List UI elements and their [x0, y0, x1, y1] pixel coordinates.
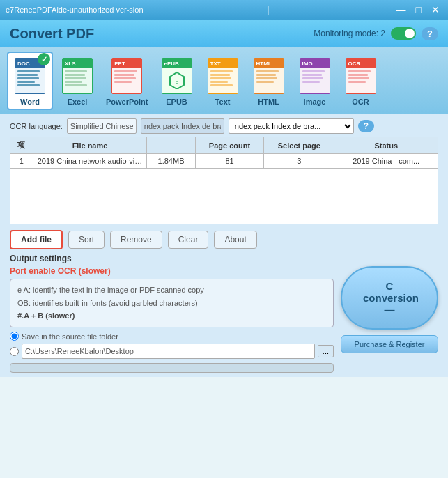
- text-icon: TXT: [208, 58, 238, 94]
- svg-text:e: e: [175, 79, 178, 85]
- active-checkmark: ✓: [38, 53, 50, 65]
- output-settings: Output settings Port enable OCR (slower)…: [10, 254, 438, 373]
- option-b: OB: identifies built-in fonts (avoid gar…: [17, 297, 326, 310]
- left-options: Port enable OCR (slower) e A: identify t…: [10, 266, 334, 373]
- close-button[interactable]: ✕: [428, 5, 442, 15]
- ocr-option-label: Port enable OCR (slower): [10, 266, 334, 276]
- ocr-pack-input[interactable]: [141, 118, 224, 134]
- file-table-wrapper: 项 File name Page count Select page Statu…: [10, 137, 438, 224]
- cell-status[interactable]: 2019 China - com...: [334, 154, 438, 169]
- save-custom-radio[interactable]: [10, 347, 19, 356]
- output-settings-title: Output settings: [10, 254, 438, 263]
- add-file-button[interactable]: Add file: [10, 230, 63, 249]
- excel-format-label: Excel: [68, 98, 88, 106]
- ocr-options-box: e A: identify the text in the image or P…: [10, 279, 334, 327]
- format-bar: DOC ✓ Word XLS: [0, 47, 448, 114]
- toggle-switch[interactable]: [391, 27, 416, 40]
- file-table: 项 File name Page count Select page Statu…: [10, 137, 438, 224]
- save-option-row1: Save in the source file folder: [10, 332, 334, 341]
- monitoring-area: Monitoring mode: 2 ?: [314, 27, 438, 40]
- save-source-label: Save in the source file folder: [22, 332, 118, 341]
- option-a: e A: identify the text in the image or P…: [17, 284, 326, 297]
- save-option-row2: ...: [10, 344, 334, 359]
- ocr-format-icon: OCR: [346, 58, 376, 94]
- format-item-text[interactable]: TXT Text: [201, 53, 245, 109]
- bottom-row: Port enable OCR (slower) e A: identify t…: [10, 266, 438, 373]
- cell-index: 1: [10, 154, 33, 169]
- image-format-label: Image: [304, 98, 326, 106]
- empty-row: [10, 169, 438, 224]
- progress-area: [10, 363, 334, 373]
- progress-bar-bg: [10, 363, 334, 373]
- format-item-word[interactable]: DOC ✓ Word: [7, 52, 53, 110]
- ocr-dropdown[interactable]: ndex pack Index de bra...: [229, 118, 354, 134]
- col-status: Status: [334, 137, 438, 154]
- cell-filename: 2019 China network audio-visual develop: [33, 154, 147, 169]
- title-bar-controls: — □ ✕: [394, 5, 442, 15]
- format-item-powerpoint[interactable]: PPT PowerPoint: [102, 53, 153, 109]
- header: Convert PDF Monitoring mode: 2 ?: [0, 20, 448, 47]
- save-source-radio[interactable]: [10, 332, 19, 341]
- html-format-label: HTML: [258, 98, 279, 106]
- cell-size: 1.84MB: [147, 154, 195, 169]
- format-item-image[interactable]: IMG Image: [293, 53, 337, 109]
- excel-icon: XLS: [62, 58, 93, 94]
- ocr-language-input[interactable]: [67, 118, 137, 134]
- minimize-button[interactable]: —: [394, 5, 409, 15]
- image-icon: IMG: [300, 58, 330, 94]
- convert-btn-line2: —: [363, 304, 416, 316]
- col-pagecount: Page count: [195, 137, 264, 154]
- cursor-indicator: |: [267, 5, 269, 15]
- ocr-language-label: OCR language:: [10, 122, 63, 130]
- format-item-epub[interactable]: ePUB e EPUB: [155, 53, 199, 109]
- app-header-title: Convert PDF: [10, 26, 94, 42]
- powerpoint-icon: PPT: [111, 58, 142, 94]
- powerpoint-format-label: PowerPoint: [106, 98, 148, 106]
- format-item-html[interactable]: HTML HTML: [247, 53, 291, 109]
- col-index: 项: [10, 137, 33, 154]
- button-row: Add file Sort Remove Clear About: [10, 230, 438, 249]
- remove-button[interactable]: Remove: [110, 231, 162, 249]
- header-help-button[interactable]: ?: [422, 27, 438, 40]
- monitoring-label: Monitoring mode: 2: [314, 29, 385, 38]
- text-format-label: Text: [215, 98, 231, 106]
- save-path-input[interactable]: [22, 344, 315, 359]
- maximize-button[interactable]: □: [413, 5, 424, 15]
- format-item-excel[interactable]: XLS Excel: [56, 53, 99, 109]
- purchase-register-button[interactable]: Purchase & Register: [341, 335, 438, 353]
- word-format-label: Word: [20, 98, 40, 106]
- html-icon: HTML: [254, 58, 284, 94]
- hash-label: #.A + B (slower): [17, 311, 75, 320]
- convert-btn-line1: C conversion: [363, 280, 416, 304]
- ocr-help-button[interactable]: ?: [358, 120, 374, 132]
- ocr-format-label: OCR: [352, 98, 369, 106]
- epub-icon: ePUB e: [162, 58, 192, 94]
- ocr-language-row: OCR language: ndex pack Index de bra... …: [10, 118, 438, 134]
- col-selectpage: Select page: [264, 137, 334, 154]
- sort-button[interactable]: Sort: [68, 231, 105, 249]
- app-title: e7ReneePDFAide-unauthorized ver-sion: [6, 6, 144, 14]
- cell-pagecount: 81: [195, 154, 264, 169]
- col-filename: File name: [33, 137, 147, 154]
- about-button[interactable]: About: [214, 231, 256, 249]
- table-row: 1 2019 China network audio-visual develo…: [10, 154, 438, 169]
- hash-option: #.A + B (slower): [17, 309, 326, 323]
- epub-format-label: EPUB: [166, 98, 187, 106]
- convert-button[interactable]: C conversion —: [341, 266, 438, 330]
- cell-selectpage: 3: [264, 154, 334, 169]
- browse-button[interactable]: ...: [318, 345, 334, 357]
- col-size: [147, 137, 195, 154]
- content-area: OCR language: ndex pack Index de bra... …: [0, 114, 448, 377]
- clear-button[interactable]: Clear: [168, 231, 209, 249]
- right-convert: C conversion — Purchase & Register: [341, 266, 438, 353]
- format-item-ocr[interactable]: OCR OCR: [339, 53, 383, 109]
- title-bar: e7ReneePDFAide-unauthorized ver-sion | —…: [0, 0, 448, 20]
